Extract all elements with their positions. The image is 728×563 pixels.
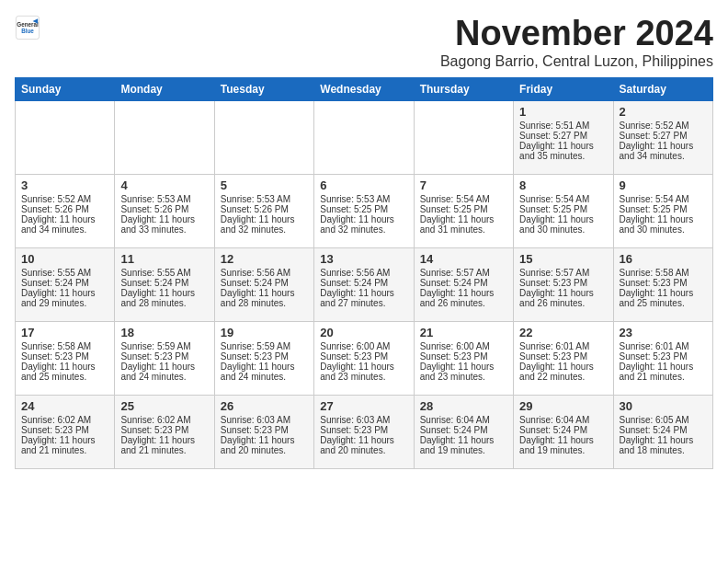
day-number: 7 [420,178,507,192]
day-number: 17 [21,326,108,339]
day-cell: 16Sunrise: 5:58 AMSunset: 5:23 PMDayligh… [613,247,712,321]
day-cell: 8Sunrise: 5:54 AMSunset: 5:25 PMDaylight… [514,174,613,247]
day-cell [115,100,214,174]
day-number: 4 [120,178,208,192]
day-number: 27 [320,399,407,413]
day-cell: 27Sunrise: 6:03 AMSunset: 5:23 PMDayligh… [314,395,414,468]
day-number: 10 [21,252,108,266]
day-cell: 15Sunrise: 5:57 AMSunset: 5:23 PMDayligh… [514,247,613,321]
day-number: 16 [620,252,707,266]
day-number: 1 [519,105,607,119]
day-cell: 2Sunrise: 5:52 AMSunset: 5:27 PMDaylight… [613,100,712,174]
day-cell: 20Sunrise: 6:00 AMSunset: 5:23 PMDayligh… [314,321,414,395]
week-row-4: 17Sunrise: 5:58 AMSunset: 5:23 PMDayligh… [16,321,713,395]
day-cell: 6Sunrise: 5:53 AMSunset: 5:25 PMDaylight… [314,174,414,247]
day-number: 20 [320,326,407,339]
day-cell: 19Sunrise: 5:59 AMSunset: 5:23 PMDayligh… [214,321,313,395]
day-number: 24 [21,399,108,413]
header-cell-thursday: Thursday [414,77,513,100]
day-number: 18 [120,326,208,339]
logo: General Blue [15,15,40,40]
day-cell: 4Sunrise: 5:53 AMSunset: 5:26 PMDaylight… [115,174,214,247]
week-row-5: 24Sunrise: 6:02 AMSunset: 5:23 PMDayligh… [16,395,713,468]
day-cell [16,100,115,174]
header-cell-monday: Monday [115,77,214,100]
day-number: 3 [21,178,108,192]
day-cell [214,100,313,174]
day-number: 19 [221,326,308,339]
header-cell-saturday: Saturday [613,77,712,100]
day-cell: 13Sunrise: 5:56 AMSunset: 5:24 PMDayligh… [314,247,414,321]
day-cell: 28Sunrise: 6:04 AMSunset: 5:24 PMDayligh… [414,395,513,468]
header-cell-wednesday: Wednesday [314,77,414,100]
day-number: 5 [221,178,308,192]
day-number: 21 [420,326,507,339]
day-number: 8 [519,178,607,192]
day-number: 22 [519,326,607,339]
week-row-3: 10Sunrise: 5:55 AMSunset: 5:24 PMDayligh… [16,247,713,321]
month-title: November 2024 [440,15,713,53]
logo-icon: General Blue [15,15,40,40]
day-cell: 23Sunrise: 6:01 AMSunset: 5:23 PMDayligh… [613,321,712,395]
day-cell: 18Sunrise: 5:59 AMSunset: 5:23 PMDayligh… [115,321,214,395]
day-number: 26 [221,399,308,413]
day-cell: 1Sunrise: 5:51 AMSunset: 5:27 PMDaylight… [514,100,613,174]
title-area: November 2024 Bagong Barrio, Central Luz… [440,15,713,70]
day-cell: 17Sunrise: 5:58 AMSunset: 5:23 PMDayligh… [16,321,115,395]
header-cell-sunday: Sunday [16,77,115,100]
day-number: 15 [519,252,607,266]
header-cell-tuesday: Tuesday [214,77,313,100]
day-number: 2 [620,105,707,119]
header: General Blue November 2024 Bagong Barrio… [15,15,713,70]
day-cell: 30Sunrise: 6:05 AMSunset: 5:24 PMDayligh… [613,395,712,468]
day-cell: 21Sunrise: 6:00 AMSunset: 5:23 PMDayligh… [414,321,513,395]
day-number: 23 [620,326,707,339]
day-cell: 12Sunrise: 5:56 AMSunset: 5:24 PMDayligh… [214,247,313,321]
day-number: 11 [120,252,208,266]
day-cell: 3Sunrise: 5:52 AMSunset: 5:26 PMDaylight… [16,174,115,247]
day-number: 12 [221,252,308,266]
calendar-table: SundayMondayTuesdayWednesdayThursdayFrid… [15,77,713,469]
day-cell: 29Sunrise: 6:04 AMSunset: 5:24 PMDayligh… [514,395,613,468]
day-cell: 11Sunrise: 5:55 AMSunset: 5:24 PMDayligh… [115,247,214,321]
week-row-1: 1Sunrise: 5:51 AMSunset: 5:27 PMDaylight… [16,100,713,174]
day-cell: 22Sunrise: 6:01 AMSunset: 5:23 PMDayligh… [514,321,613,395]
day-cell [314,100,414,174]
day-cell: 24Sunrise: 6:02 AMSunset: 5:23 PMDayligh… [16,395,115,468]
week-row-2: 3Sunrise: 5:52 AMSunset: 5:26 PMDaylight… [16,174,713,247]
day-number: 30 [620,399,707,413]
day-number: 29 [519,399,607,413]
location-title: Bagong Barrio, Central Luzon, Philippine… [440,53,713,70]
header-cell-friday: Friday [514,77,613,100]
day-cell: 7Sunrise: 5:54 AMSunset: 5:25 PMDaylight… [414,174,513,247]
day-number: 28 [420,399,507,413]
day-cell: 25Sunrise: 6:02 AMSunset: 5:23 PMDayligh… [115,395,214,468]
svg-text:Blue: Blue [21,28,34,34]
day-cell: 10Sunrise: 5:55 AMSunset: 5:24 PMDayligh… [16,247,115,321]
day-number: 13 [320,252,407,266]
header-row: SundayMondayTuesdayWednesdayThursdayFrid… [16,77,713,100]
day-number: 9 [620,178,707,192]
day-cell: 5Sunrise: 5:53 AMSunset: 5:26 PMDaylight… [214,174,313,247]
day-number: 6 [320,178,407,192]
day-cell [414,100,513,174]
day-cell: 9Sunrise: 5:54 AMSunset: 5:25 PMDaylight… [613,174,712,247]
day-cell: 26Sunrise: 6:03 AMSunset: 5:23 PMDayligh… [214,395,313,468]
day-cell: 14Sunrise: 5:57 AMSunset: 5:24 PMDayligh… [414,247,513,321]
day-number: 25 [120,399,208,413]
day-number: 14 [420,252,507,266]
